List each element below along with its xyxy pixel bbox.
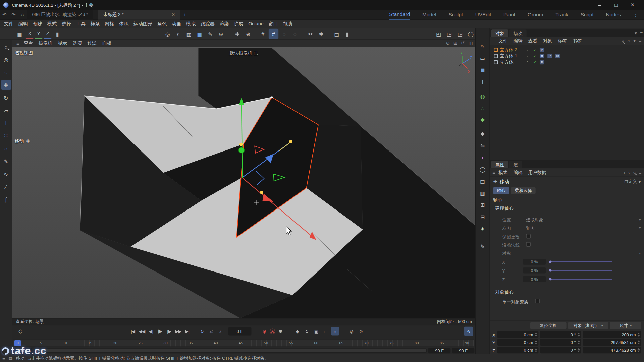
cut-icon[interactable]: ✂ <box>306 29 315 39</box>
tool-b-icon[interactable]: ◌ <box>290 29 300 39</box>
single-object-checkbox[interactable] <box>535 299 540 303</box>
phong-tag-icon[interactable]: P <box>540 60 544 64</box>
object-axis-group[interactable]: 对象轴心 <box>493 289 514 295</box>
orientation-dropdown-icon[interactable]: ▾ <box>639 226 641 230</box>
texture-tag-icon[interactable]: ▨ <box>555 54 560 58</box>
vp-menu-display[interactable]: 显示 <box>55 40 70 47</box>
render-to-picture-icon[interactable]: ◐ <box>173 29 183 39</box>
rotate-tool-icon[interactable]: ↻ <box>1 93 11 103</box>
rot-x-field[interactable]: 0 ° <box>540 331 581 338</box>
render-settings-icon[interactable]: ▣ <box>195 29 204 39</box>
menu-mode[interactable]: 模式 <box>45 20 59 28</box>
keep-changes-checkbox[interactable] <box>526 234 531 238</box>
tab-objects[interactable]: 对象 <box>491 29 508 37</box>
new-tab-button[interactable]: + <box>180 10 190 19</box>
visibility-dots-icon[interactable]: ∶ <box>525 60 530 64</box>
record-settings-icon[interactable]: ✱ <box>276 327 284 335</box>
pingpong-toggle-icon[interactable]: ⇄ <box>207 327 215 335</box>
window-add-icon[interactable]: ⊞ <box>478 201 487 209</box>
knife-tool-icon[interactable]: ∕ <box>1 182 11 191</box>
coords-hamburger-icon[interactable]: ≡ <box>492 323 495 329</box>
key-rotation-icon[interactable]: ↻ <box>303 327 311 335</box>
vp-maximize-icon[interactable]: ◫ <box>469 41 473 46</box>
back-icon[interactable]: ↶ <box>0 10 9 19</box>
x-slider[interactable] <box>550 261 612 262</box>
light-icon[interactable]: ✶ <box>478 225 487 233</box>
range-slider-handle[interactable] <box>35 349 426 352</box>
gizmo-x-key-dot[interactable] <box>260 191 263 194</box>
workplane-grid-icon[interactable]: # <box>258 29 268 39</box>
axis-lock-y-button[interactable]: Y <box>35 29 43 39</box>
menu-spline[interactable]: 样条 <box>88 20 102 28</box>
attr-menu-mode[interactable]: 模式 <box>496 170 510 176</box>
text-tool-icon[interactable]: T <box>478 77 487 85</box>
cube-primitive-icon[interactable]: ◼ <box>478 66 487 74</box>
film-icon[interactable]: ▤ <box>332 29 341 39</box>
tool-a-icon[interactable]: ◌ <box>279 29 289 39</box>
menu-mograph[interactable]: 运动图形 <box>131 20 155 28</box>
phong-tag-icon[interactable]: P <box>547 54 552 58</box>
layout-tab-track[interactable]: Track <box>555 10 568 19</box>
rot-z-field[interactable]: 0 ° <box>540 347 581 354</box>
menu-tracker[interactable]: 跟踪器 <box>198 20 217 28</box>
position-dropdown-icon[interactable]: ▾ <box>639 218 641 222</box>
zoom-tool-icon[interactable]: ○ <box>1 42 11 52</box>
om-panel-menu-icon[interactable]: ≡ <box>640 31 643 36</box>
vp-pan-icon[interactable]: ⊙ <box>446 41 450 46</box>
select-arrow-icon[interactable]: ⇖ <box>478 42 487 50</box>
layout-tab-paint[interactable]: Paint <box>503 10 515 19</box>
vp-orbit-icon[interactable]: ↺ <box>461 41 465 46</box>
om-menu-view[interactable]: 查看 <box>526 38 540 44</box>
viewport-hamburger-icon[interactable]: ≡ <box>15 41 21 46</box>
layout-quad-icon[interactable]: ◲ <box>455 29 465 39</box>
x-value-field[interactable]: 0 % <box>523 259 546 265</box>
enabled-check-icon[interactable]: ✓ <box>532 48 538 52</box>
deformer-icon[interactable]: ◆ <box>478 129 487 137</box>
key-scale-icon[interactable]: ▣ <box>312 327 320 335</box>
axis-lock-x-button[interactable]: X <box>25 29 34 39</box>
tab-takes[interactable]: 场次 <box>509 29 526 37</box>
forward-icon[interactable]: ↷ <box>9 10 18 19</box>
orientation-value-dropdown[interactable]: 轴向 <box>526 225 535 231</box>
tweak-tool-icon[interactable]: ◌ <box>1 67 11 77</box>
document-tab-active[interactable]: 未标题 2 * ✕ <box>98 10 180 19</box>
symmetry-icon[interactable]: ⇋ <box>478 141 487 149</box>
om-menu-object[interactable]: 对象 <box>540 38 554 44</box>
next-key-button[interactable]: ▶▶ <box>174 327 182 335</box>
range-end-field[interactable]: 90 F <box>428 348 450 353</box>
snap-tool-icon[interactable]: ∷ <box>1 131 11 141</box>
attr-menu-userdata[interactable]: 用户数据 <box>526 170 549 176</box>
object-row-cube[interactable]: 立方体 ∶ ✓ P <box>490 59 644 65</box>
annotate-icon[interactable]: ✎ <box>478 242 487 250</box>
menu-simulate[interactable]: 模拟 <box>183 20 198 28</box>
layout-tab-sculpt[interactable]: Sculpt <box>448 10 463 19</box>
position-value-dropdown[interactable]: 选取对象 <box>526 217 543 223</box>
panel-b-icon[interactable]: ▥ <box>478 189 487 197</box>
prev-frame-button[interactable]: ◀| <box>147 327 155 335</box>
reset-transform-button[interactable]: 复位变换 <box>530 322 567 329</box>
coordinate-lock-icon[interactable]: ▮ <box>53 29 62 39</box>
modeling-settings-icon[interactable]: ✱ <box>316 29 326 39</box>
vp-menu-view[interactable]: 查看 <box>21 40 36 47</box>
matrix-icon[interactable]: ∴ <box>478 104 487 112</box>
preset-dropdown[interactable]: 自定义 ▾ <box>624 179 641 185</box>
menu-window[interactable]: 窗口 <box>266 20 280 28</box>
menu-animate[interactable]: 动画 <box>169 20 183 28</box>
render-view-icon[interactable]: ◎ <box>163 29 172 39</box>
coordinate-space-dropdown[interactable]: 对象（相对） ▾ <box>568 322 608 329</box>
z-slider[interactable] <box>550 279 612 279</box>
size-x-field[interactable]: 200 cm <box>583 331 641 338</box>
material-edit-icon[interactable]: ✎ <box>205 29 215 39</box>
menu-select[interactable]: 选择 <box>59 20 73 28</box>
visibility-dots-icon[interactable]: ∶ <box>525 54 530 58</box>
next-frame-button[interactable]: |▶ <box>165 327 173 335</box>
pos-x-field[interactable]: 0 cm <box>497 331 538 338</box>
object-name[interactable]: 立方体.1 <box>500 53 523 59</box>
solo-icon[interactable]: ◎ <box>347 327 356 335</box>
layout-tab-model[interactable]: Model <box>422 10 436 19</box>
y-slider[interactable] <box>550 270 612 271</box>
pos-z-field[interactable]: 0 cm <box>497 347 538 354</box>
grid-tag-icon[interactable]: ▦ <box>540 54 544 58</box>
key-parameter-icon[interactable]: ≔ <box>322 327 330 335</box>
object-name[interactable]: 立方体.2 <box>500 47 523 53</box>
